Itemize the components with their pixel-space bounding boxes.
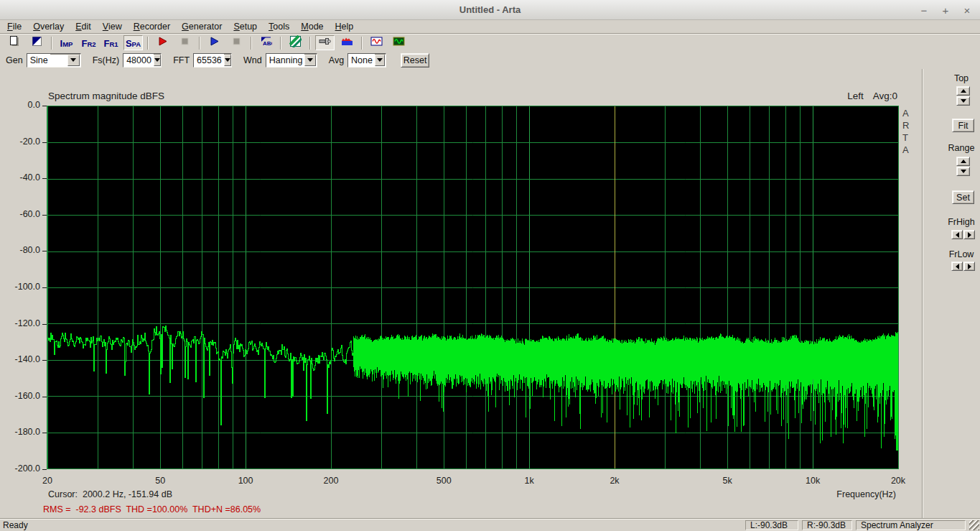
menu-item-generator[interactable]: Generator — [176, 21, 228, 32]
play-red-icon — [157, 35, 169, 50]
chevron-down-icon[interactable] — [375, 55, 385, 66]
y-tick-label: -160.0 — [0, 391, 40, 401]
y-tick-mark — [42, 215, 47, 216]
window-title: Untitled - Arta — [459, 4, 521, 15]
gen-label: Gen — [6, 55, 23, 65]
toolbar-separator — [280, 37, 281, 50]
y-tick-label: -20.0 — [0, 137, 40, 147]
top-up-button[interactable] — [956, 86, 970, 96]
y-tick-label: -40.0 — [0, 172, 40, 183]
range-down-button[interactable] — [956, 167, 970, 176]
resize-grip[interactable] — [969, 520, 979, 530]
app-window: Untitled - Arta − + × FileOverlayEditVie… — [0, 0, 980, 531]
new-file-button[interactable] — [5, 35, 24, 50]
menu-item-setup[interactable]: Setup — [228, 21, 263, 32]
fit-button[interactable]: Fit — [952, 119, 974, 132]
play-blue-icon — [208, 35, 220, 50]
diag-green-icon — [289, 35, 302, 50]
frhigh-left-button[interactable] — [951, 230, 963, 239]
y-tick-mark — [42, 324, 47, 325]
menubar: FileOverlayEditViewRecorderGeneratorSetu… — [0, 20, 980, 33]
status-message: Ready — [0, 520, 745, 530]
frhigh-right-button[interactable] — [963, 230, 975, 239]
impedance-mode-button[interactable]: IMP — [57, 35, 76, 50]
arta-watermark: ARTA — [902, 107, 909, 156]
y-tick-mark — [42, 106, 47, 106]
close-button[interactable]: × — [961, 4, 973, 16]
x-tick-label: 500 — [437, 476, 452, 486]
spectrum-canvas[interactable] — [47, 106, 898, 468]
status-bar: Ready L:-90.3dB R:-90.3dB Spectrum Analy… — [0, 520, 980, 531]
minimize-button[interactable]: − — [918, 4, 930, 16]
right-level-indicator: R:-90.3dB — [802, 520, 852, 530]
y-tick-label: -120.0 — [0, 318, 40, 328]
menu-item-edit[interactable]: Edit — [70, 21, 97, 32]
menu-item-mode[interactable]: Mode — [295, 21, 329, 32]
menu-item-view[interactable]: View — [97, 21, 128, 32]
menu-item-recorder[interactable]: Recorder — [128, 21, 176, 32]
overlay-button[interactable] — [27, 35, 47, 50]
y-tick-label: -200.0 — [0, 463, 40, 474]
set-button[interactable]: Set — [952, 190, 974, 204]
range-label: Range — [923, 143, 980, 153]
cursor-marker-button[interactable] — [315, 35, 335, 50]
y-tick-mark — [42, 469, 47, 470]
menu-item-file[interactable]: File — [1, 21, 27, 32]
y-tick-label: 0.0 — [0, 100, 40, 110]
fr2-mode-button[interactable]: FR2 — [79, 35, 98, 50]
generator-start-button[interactable] — [205, 35, 224, 50]
scale-button[interactable] — [286, 35, 305, 50]
frlow-right-button[interactable] — [963, 262, 975, 271]
wnd-label: Wnd — [243, 55, 262, 65]
averaging-select[interactable]: None — [347, 53, 386, 68]
y-tick-mark — [42, 142, 47, 143]
spectrum-mode-button[interactable]: SPA — [123, 35, 143, 50]
sample-rate-value: 48000 — [123, 54, 154, 67]
titlebar[interactable]: Untitled - Arta − + × — [0, 0, 980, 20]
toolbar-controls: Gen Sine Fs(Hz) 48000 FFT 65536 Wnd Hann… — [0, 51, 980, 69]
range-up-button[interactable] — [956, 157, 970, 166]
reset-button[interactable]: Reset — [401, 53, 429, 68]
y-tick-label: -180.0 — [0, 427, 40, 437]
signal-red-button[interactable] — [367, 35, 386, 50]
menu-item-tools[interactable]: Tools — [263, 21, 295, 32]
chevron-down-icon[interactable] — [304, 55, 315, 66]
maximize-button[interactable]: + — [940, 4, 951, 16]
record-start-button[interactable] — [153, 35, 172, 50]
svg-text:ABC: ABC — [263, 40, 272, 47]
calibrate-abc-button[interactable]: ABC — [256, 35, 276, 50]
fft-size-select[interactable]: 65536 — [193, 53, 232, 68]
x-tick-label: 10k — [806, 476, 820, 486]
sine-red-icon — [370, 35, 383, 50]
frlow-left-button[interactable] — [951, 262, 963, 271]
signal-green-button[interactable] — [389, 35, 409, 50]
scale-side-panel: Top Fit Range Set FrHigh FrLow — [922, 69, 980, 520]
watermark-letter: A — [902, 107, 909, 119]
window-function-select[interactable]: Hanning — [266, 53, 317, 68]
spectrum-plot[interactable] — [47, 106, 899, 469]
spectrum-view-button[interactable] — [337, 35, 357, 50]
sample-rate-select[interactable]: 48000 — [123, 53, 162, 68]
toolbar-separator — [309, 37, 311, 50]
average-count: Avg:0 — [873, 91, 897, 101]
toolbar-separator — [147, 37, 149, 50]
y-tick-mark — [42, 397, 47, 397]
menu-item-overlay[interactable]: Overlay — [27, 21, 70, 32]
chevron-down-icon[interactable] — [67, 55, 80, 66]
toolbar-main: IMPFR2FR1SPAABC — [0, 34, 980, 51]
menu-item-help[interactable]: Help — [330, 21, 360, 32]
x-tick-label: 1k — [524, 476, 533, 486]
chevron-down-icon[interactable] — [224, 55, 231, 66]
generator-type-value: Sine — [27, 54, 50, 67]
fr1-mode-button[interactable]: FR1 — [101, 35, 121, 50]
x-tick-label: 200 — [324, 476, 339, 486]
mountain-icon — [341, 35, 353, 50]
x-tick-label: 20 — [42, 476, 52, 486]
x-axis-title: Frequency(Hz) — [836, 489, 896, 499]
top-down-button[interactable] — [956, 96, 970, 106]
y-tick-label: -140.0 — [0, 354, 40, 364]
generator-type-select[interactable]: Sine — [27, 53, 81, 68]
x-tick-label: 100 — [238, 476, 253, 486]
chevron-down-icon[interactable] — [154, 55, 161, 66]
stop-gray-icon — [179, 35, 191, 50]
